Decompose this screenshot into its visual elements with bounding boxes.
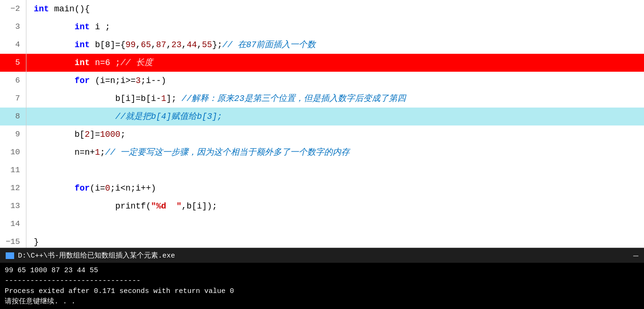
- line-number: 13: [0, 197, 26, 215]
- table-row: 11: [0, 161, 644, 179]
- code-table: −2int main(){3 int i ;4 int b[8]={99,65,…: [0, 0, 644, 248]
- table-row: 9 b[2]=1000;: [0, 125, 644, 143]
- terminal-title: D:\C++\书-用数组给已知数组插入某个元素.exe: [18, 251, 175, 260]
- code-line: b[i]=b[i-1]; //解释：原来23是第三个位置，但是插入数字后变成了第…: [26, 90, 644, 108]
- line-number: −2: [0, 0, 26, 18]
- line-number: 14: [0, 215, 26, 233]
- code-line: }: [26, 233, 644, 248]
- minimize-button[interactable]: —: [633, 251, 638, 260]
- output-line-1: 99 65 1000 87 23 44 55: [5, 266, 639, 276]
- code-line: int i ;: [26, 18, 644, 36]
- code-line: printf("%d ",b[i]);: [26, 197, 644, 215]
- line-number: 10: [0, 143, 26, 161]
- code-line: int n=6 ;// 长度: [26, 54, 644, 72]
- line-number: 11: [0, 161, 26, 179]
- code-line: for(i=0;i<n;i++): [26, 179, 644, 197]
- line-number: 5: [0, 54, 26, 72]
- line-number: 12: [0, 179, 26, 197]
- table-row: 12 for(i=0;i<n;i++): [0, 179, 644, 197]
- code-line: for (i=n;i>=3;i--): [26, 72, 644, 90]
- line-number: 7: [0, 90, 26, 108]
- table-row: 14: [0, 215, 644, 233]
- table-row: 10 n=n+1;// 一定要写这一步骤，因为这个相当于额外多了一个数字的内存: [0, 143, 644, 161]
- table-row: −2int main(){: [0, 0, 644, 18]
- line-number: 4: [0, 36, 26, 54]
- terminal-icon: [6, 252, 14, 259]
- output-line-3: 请按任意键继续. . .: [5, 297, 639, 307]
- terminal-output: 99 65 1000 87 23 44 55 -----------------…: [0, 263, 644, 309]
- code-line: int main(){: [26, 0, 644, 18]
- output-divider: --------------------------------: [5, 276, 639, 286]
- terminal-titlebar: D:\C++\书-用数组给已知数组插入某个元素.exe —: [0, 248, 644, 263]
- line-number: 3: [0, 18, 26, 36]
- code-line: [26, 215, 644, 233]
- code-line: b[2]=1000;: [26, 125, 644, 143]
- table-row: 8 //就是把b[4]赋值给b[3];: [0, 108, 644, 125]
- line-number: 9: [0, 125, 26, 143]
- table-row: 13 printf("%d ",b[i]);: [0, 197, 644, 215]
- code-line: n=n+1;// 一定要写这一步骤，因为这个相当于额外多了一个数字的内存: [26, 143, 644, 161]
- code-line: //就是把b[4]赋值给b[3];: [26, 108, 644, 125]
- line-number: 8: [0, 108, 26, 125]
- table-row: 5 int n=6 ;// 长度: [0, 54, 644, 72]
- code-editor: −2int main(){3 int i ;4 int b[8]={99,65,…: [0, 0, 644, 248]
- line-number: 6: [0, 72, 26, 90]
- table-row: 4 int b[8]={99,65,87,23,44,55};// 在87前面插…: [0, 36, 644, 54]
- table-row: 6 for (i=n;i>=3;i--): [0, 72, 644, 90]
- table-row: 3 int i ;: [0, 18, 644, 36]
- table-row: −15}: [0, 233, 644, 248]
- table-row: 7 b[i]=b[i-1]; //解释：原来23是第三个位置，但是插入数字后变成…: [0, 90, 644, 108]
- code-line: int b[8]={99,65,87,23,44,55};// 在87前面插入一…: [26, 36, 644, 54]
- code-line: [26, 161, 644, 179]
- line-number: −15: [0, 233, 26, 248]
- output-line-2: Process exited after 0.171 seconds with …: [5, 286, 639, 297]
